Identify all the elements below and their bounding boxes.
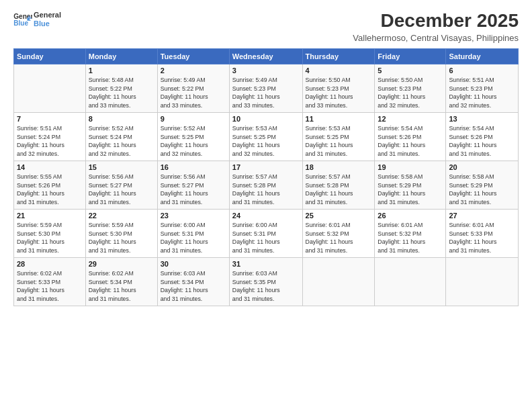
day-number: 13 [449, 115, 515, 123]
table-row: 8Sunrise: 5:52 AMSunset: 5:24 PMDaylight… [85, 112, 157, 161]
table-row: 14Sunrise: 5:55 AMSunset: 5:26 PMDayligh… [14, 161, 86, 209]
table-row: 24Sunrise: 6:00 AMSunset: 5:31 PMDayligh… [229, 209, 302, 257]
table-row: 3Sunrise: 5:49 AMSunset: 5:23 PMDaylight… [229, 64, 302, 112]
day-info: Sunrise: 5:56 AMSunset: 5:27 PMDaylight:… [89, 173, 154, 207]
day-info: Sunrise: 5:57 AMSunset: 5:28 PMDaylight:… [232, 173, 300, 207]
day-info: Sunrise: 5:59 AMSunset: 5:30 PMDaylight:… [17, 221, 83, 255]
day-number: 30 [161, 260, 226, 268]
table-row [302, 257, 375, 306]
day-info: Sunrise: 5:55 AMSunset: 5:26 PMDaylight:… [17, 173, 83, 207]
table-row: 23Sunrise: 6:00 AMSunset: 5:31 PMDayligh… [157, 209, 229, 257]
day-info: Sunrise: 6:03 AMSunset: 5:34 PMDaylight:… [161, 269, 226, 304]
day-number: 24 [232, 212, 300, 220]
table-row: 11Sunrise: 5:53 AMSunset: 5:25 PMDayligh… [302, 112, 375, 161]
table-row: 9Sunrise: 5:52 AMSunset: 5:25 PMDaylight… [157, 112, 229, 161]
day-number: 28 [17, 260, 83, 268]
table-row: 28Sunrise: 6:02 AMSunset: 5:33 PMDayligh… [14, 257, 86, 306]
table-row: 20Sunrise: 5:58 AMSunset: 5:29 PMDayligh… [446, 161, 519, 209]
table-row: 17Sunrise: 5:57 AMSunset: 5:28 PMDayligh… [229, 161, 302, 209]
calendar-body: 1Sunrise: 5:48 AMSunset: 5:22 PMDaylight… [14, 64, 519, 306]
day-number: 18 [306, 163, 372, 171]
day-number: 8 [89, 115, 154, 123]
day-number: 21 [17, 212, 83, 220]
table-row: 6Sunrise: 5:51 AMSunset: 5:23 PMDaylight… [446, 64, 519, 112]
table-row: 22Sunrise: 5:59 AMSunset: 5:30 PMDayligh… [85, 209, 157, 257]
day-number: 19 [378, 163, 443, 171]
subtitle: Vallehermoso, Central Visayas, Philippin… [353, 33, 519, 43]
day-info: Sunrise: 5:53 AMSunset: 5:25 PMDaylight:… [232, 124, 300, 158]
header-tuesday: Tuesday [157, 48, 229, 64]
table-row [446, 257, 519, 306]
day-info: Sunrise: 5:58 AMSunset: 5:29 PMDaylight:… [378, 173, 443, 207]
calendar-table: SundayMondayTuesdayWednesdayThursdayFrid… [13, 48, 519, 306]
logo-blue: Blue [34, 19, 61, 28]
header-friday: Friday [375, 48, 446, 64]
day-number: 11 [306, 115, 372, 123]
day-info: Sunrise: 5:52 AMSunset: 5:25 PMDaylight:… [161, 124, 226, 158]
table-row [14, 64, 86, 112]
week-row-1: 7Sunrise: 5:51 AMSunset: 5:24 PMDaylight… [14, 112, 519, 161]
week-row-2: 14Sunrise: 5:55 AMSunset: 5:26 PMDayligh… [14, 161, 519, 209]
title-block: December 2025 Vallehermoso, Central Visa… [353, 11, 519, 43]
day-number: 27 [449, 212, 515, 220]
day-number: 12 [378, 115, 443, 123]
day-info: Sunrise: 6:01 AMSunset: 5:32 PMDaylight:… [306, 221, 372, 255]
table-row: 5Sunrise: 5:50 AMSunset: 5:23 PMDaylight… [375, 64, 446, 112]
week-row-4: 28Sunrise: 6:02 AMSunset: 5:33 PMDayligh… [14, 257, 519, 306]
day-number: 22 [89, 212, 154, 220]
table-row: 13Sunrise: 5:54 AMSunset: 5:26 PMDayligh… [446, 112, 519, 161]
day-number: 29 [89, 260, 154, 268]
logo-general: General [34, 11, 61, 19]
day-info: Sunrise: 5:53 AMSunset: 5:25 PMDaylight:… [306, 124, 372, 158]
day-number: 14 [17, 163, 83, 171]
calendar-header: SundayMondayTuesdayWednesdayThursdayFrid… [14, 48, 519, 64]
week-row-0: 1Sunrise: 5:48 AMSunset: 5:22 PMDaylight… [14, 64, 519, 112]
header-thursday: Thursday [302, 48, 375, 64]
day-number: 20 [449, 163, 515, 171]
header: General Blue General Blue December 2025 … [13, 11, 519, 43]
day-info: Sunrise: 5:54 AMSunset: 5:26 PMDaylight:… [378, 124, 443, 158]
day-number: 15 [89, 163, 154, 171]
day-number: 10 [232, 115, 300, 123]
day-info: Sunrise: 5:54 AMSunset: 5:26 PMDaylight:… [449, 124, 515, 158]
table-row: 19Sunrise: 5:58 AMSunset: 5:29 PMDayligh… [375, 161, 446, 209]
table-row: 4Sunrise: 5:50 AMSunset: 5:23 PMDaylight… [302, 64, 375, 112]
week-row-3: 21Sunrise: 5:59 AMSunset: 5:30 PMDayligh… [14, 209, 519, 257]
day-number: 26 [378, 212, 443, 220]
day-number: 17 [232, 163, 300, 171]
table-row: 27Sunrise: 6:01 AMSunset: 5:33 PMDayligh… [446, 209, 519, 257]
day-number: 1 [89, 66, 154, 75]
table-row: 25Sunrise: 6:01 AMSunset: 5:32 PMDayligh… [302, 209, 375, 257]
day-info: Sunrise: 5:48 AMSunset: 5:22 PMDaylight:… [89, 76, 154, 110]
table-row: 30Sunrise: 6:03 AMSunset: 5:34 PMDayligh… [157, 257, 229, 306]
day-number: 23 [161, 212, 226, 220]
day-info: Sunrise: 6:01 AMSunset: 5:32 PMDaylight:… [378, 221, 443, 255]
day-number: 9 [161, 115, 226, 123]
main-title: December 2025 [353, 11, 519, 32]
day-info: Sunrise: 5:50 AMSunset: 5:23 PMDaylight:… [378, 76, 443, 110]
day-number: 5 [378, 66, 443, 75]
table-row: 2Sunrise: 5:49 AMSunset: 5:22 PMDaylight… [157, 64, 229, 112]
day-info: Sunrise: 6:00 AMSunset: 5:31 PMDaylight:… [161, 221, 226, 255]
header-monday: Monday [85, 48, 157, 64]
table-row: 12Sunrise: 5:54 AMSunset: 5:26 PMDayligh… [375, 112, 446, 161]
table-row: 31Sunrise: 6:03 AMSunset: 5:35 PMDayligh… [229, 257, 302, 306]
table-row: 15Sunrise: 5:56 AMSunset: 5:27 PMDayligh… [85, 161, 157, 209]
day-info: Sunrise: 5:49 AMSunset: 5:23 PMDaylight:… [232, 76, 300, 110]
logo-icon: General Blue [13, 12, 32, 27]
day-number: 4 [306, 66, 372, 75]
day-info: Sunrise: 6:02 AMSunset: 5:33 PMDaylight:… [17, 269, 83, 304]
header-row: SundayMondayTuesdayWednesdayThursdayFrid… [14, 48, 519, 64]
table-row: 10Sunrise: 5:53 AMSunset: 5:25 PMDayligh… [229, 112, 302, 161]
day-info: Sunrise: 5:56 AMSunset: 5:27 PMDaylight:… [161, 173, 226, 207]
day-number: 6 [449, 66, 515, 75]
day-info: Sunrise: 5:57 AMSunset: 5:28 PMDaylight:… [306, 173, 372, 207]
day-info: Sunrise: 6:03 AMSunset: 5:35 PMDaylight:… [232, 269, 300, 304]
day-number: 3 [232, 66, 300, 75]
day-info: Sunrise: 5:50 AMSunset: 5:23 PMDaylight:… [306, 76, 372, 110]
day-info: Sunrise: 6:01 AMSunset: 5:33 PMDaylight:… [449, 221, 515, 255]
day-info: Sunrise: 5:51 AMSunset: 5:24 PMDaylight:… [17, 124, 83, 158]
table-row: 7Sunrise: 5:51 AMSunset: 5:24 PMDaylight… [14, 112, 86, 161]
svg-text:Blue: Blue [13, 19, 28, 27]
table-row: 18Sunrise: 5:57 AMSunset: 5:28 PMDayligh… [302, 161, 375, 209]
